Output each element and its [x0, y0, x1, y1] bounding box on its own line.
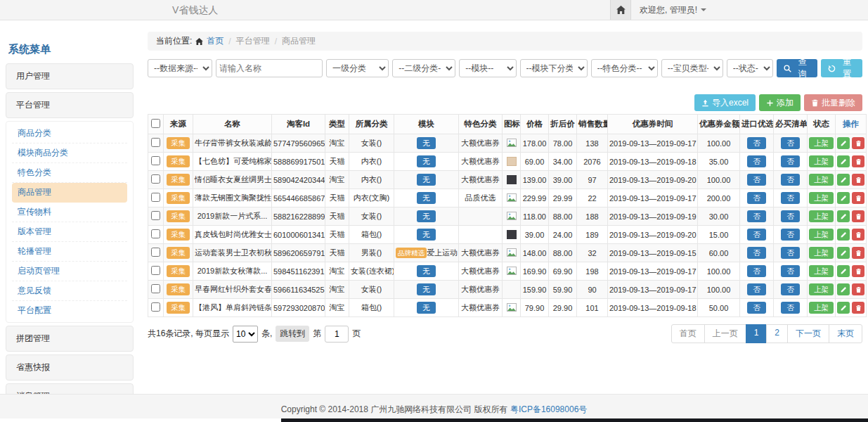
- add-button[interactable]: 添加: [759, 94, 801, 111]
- delete-button[interactable]: [852, 283, 864, 295]
- must-buy-badge[interactable]: 否: [781, 283, 800, 295]
- delete-button[interactable]: [852, 265, 864, 277]
- status-badge[interactable]: 上架: [809, 155, 834, 167]
- import-select-badge[interactable]: 否: [747, 247, 766, 259]
- row-checkbox[interactable]: [151, 284, 160, 293]
- edit-button[interactable]: [837, 174, 850, 186]
- import-select-badge[interactable]: 否: [747, 192, 766, 204]
- search-button[interactable]: 查询: [777, 59, 818, 77]
- status-badge[interactable]: 上架: [809, 192, 834, 204]
- import-select-badge[interactable]: 否: [747, 210, 766, 222]
- sidebar-item[interactable]: 启动页管理: [12, 262, 127, 281]
- import-excel-button[interactable]: 导入excel: [694, 94, 756, 111]
- sidebar-section-header[interactable]: 省惠快报: [6, 354, 134, 381]
- must-buy-badge[interactable]: 否: [781, 302, 800, 314]
- row-checkbox[interactable]: [151, 211, 160, 220]
- edit-button[interactable]: [837, 247, 850, 259]
- module-subcategory-select[interactable]: --模块下分类--: [520, 59, 588, 77]
- per-page-select[interactable]: 10: [233, 326, 258, 343]
- status-badge[interactable]: 上架: [809, 210, 834, 222]
- batch-delete-button[interactable]: 批量删除: [804, 94, 862, 111]
- breadcrumb-home-link[interactable]: 首页: [207, 35, 224, 47]
- page-button-下一页[interactable]: 下一页: [787, 324, 829, 343]
- must-buy-badge[interactable]: 否: [781, 137, 800, 149]
- sidebar-section-header[interactable]: 拼团管理: [6, 326, 134, 352]
- delete-button[interactable]: [852, 155, 864, 167]
- must-buy-badge[interactable]: 否: [781, 210, 800, 222]
- sidebar-item[interactable]: 版本管理: [12, 222, 127, 242]
- import-select-badge[interactable]: 否: [747, 229, 766, 241]
- icp-link[interactable]: 粤ICP备16098006号: [510, 404, 587, 414]
- status-badge[interactable]: 上架: [809, 137, 834, 149]
- user-menu[interactable]: 欢迎您, 管理员!: [640, 4, 706, 16]
- import-select-badge[interactable]: 否: [747, 174, 766, 186]
- delete-button[interactable]: [852, 192, 864, 204]
- delete-button[interactable]: [852, 229, 864, 241]
- row-checkbox[interactable]: [151, 229, 160, 238]
- must-buy-badge[interactable]: 否: [781, 192, 800, 204]
- edit-button[interactable]: [837, 210, 850, 222]
- must-buy-badge[interactable]: 否: [781, 155, 800, 167]
- name-search-input[interactable]: [216, 59, 323, 77]
- must-buy-badge[interactable]: 否: [781, 174, 800, 186]
- page-button-上一页[interactable]: 上一页: [704, 324, 746, 343]
- sidebar-item[interactable]: 商品管理: [12, 183, 127, 203]
- edit-button[interactable]: [837, 265, 850, 277]
- import-select-badge[interactable]: 否: [747, 302, 766, 314]
- level2-category-select[interactable]: --二级分类--: [392, 59, 455, 77]
- sidebar-section-header[interactable]: 用户管理: [6, 63, 134, 89]
- status-badge[interactable]: 上架: [809, 302, 834, 314]
- edit-button[interactable]: [837, 229, 850, 241]
- row-checkbox[interactable]: [151, 302, 160, 312]
- edit-button[interactable]: [837, 283, 850, 295]
- sidebar-item[interactable]: 商品分类: [12, 124, 127, 143]
- page-button-首页[interactable]: 首页: [671, 324, 705, 343]
- home-button[interactable]: [610, 0, 631, 20]
- data-source-select[interactable]: --数据来源--: [148, 59, 212, 77]
- sidebar-item[interactable]: 意见反馈: [12, 281, 127, 301]
- sidebar-item[interactable]: 平台配置: [12, 301, 127, 320]
- import-select-badge[interactable]: 否: [747, 137, 766, 149]
- row-checkbox[interactable]: [151, 174, 160, 184]
- select-all-checkbox[interactable]: [151, 119, 160, 128]
- edit-button[interactable]: [837, 155, 850, 167]
- import-select-badge[interactable]: 否: [747, 155, 766, 167]
- status-select[interactable]: --状态--: [727, 59, 773, 77]
- row-checkbox[interactable]: [151, 193, 160, 202]
- sidebar-item[interactable]: 特色分类: [12, 163, 127, 183]
- item-type-select[interactable]: --宝贝类型--: [661, 59, 723, 77]
- row-checkbox[interactable]: [151, 266, 160, 275]
- jump-to-button[interactable]: 跳转到: [276, 326, 309, 342]
- status-badge[interactable]: 上架: [809, 283, 834, 295]
- row-checkbox[interactable]: [151, 248, 160, 257]
- edit-button[interactable]: [837, 302, 850, 314]
- level1-category-select[interactable]: 一级分类: [326, 59, 389, 77]
- module-select[interactable]: --模块--: [459, 59, 516, 77]
- status-badge[interactable]: 上架: [809, 247, 834, 259]
- sidebar-item[interactable]: 轮播管理: [12, 242, 127, 262]
- status-badge[interactable]: 上架: [809, 265, 834, 277]
- row-checkbox[interactable]: [151, 138, 160, 147]
- delete-button[interactable]: [852, 210, 864, 222]
- import-select-badge[interactable]: 否: [747, 283, 766, 295]
- page-number-input[interactable]: [325, 326, 349, 343]
- delete-button[interactable]: [852, 247, 864, 259]
- status-badge[interactable]: 上架: [809, 174, 834, 186]
- delete-button[interactable]: [852, 174, 864, 186]
- edit-button[interactable]: [837, 137, 850, 149]
- page-button-末页[interactable]: 末页: [829, 324, 862, 343]
- edit-button[interactable]: [837, 192, 850, 204]
- delete-button[interactable]: [852, 302, 864, 314]
- must-buy-badge[interactable]: 否: [781, 265, 800, 277]
- status-badge[interactable]: 上架: [809, 229, 834, 241]
- page-button-2[interactable]: 2: [766, 324, 788, 343]
- sidebar-item[interactable]: 模块商品分类: [12, 143, 127, 163]
- delete-button[interactable]: [852, 137, 864, 149]
- sidebar-section-header[interactable]: 平台管理: [6, 92, 134, 118]
- page-button-1[interactable]: 1: [746, 324, 767, 343]
- row-checkbox[interactable]: [151, 156, 160, 165]
- sidebar-item[interactable]: 宣传物料: [12, 203, 127, 222]
- must-buy-badge[interactable]: 否: [781, 247, 800, 259]
- must-buy-badge[interactable]: 否: [781, 229, 800, 241]
- feature-category-select[interactable]: --特色分类--: [591, 59, 658, 77]
